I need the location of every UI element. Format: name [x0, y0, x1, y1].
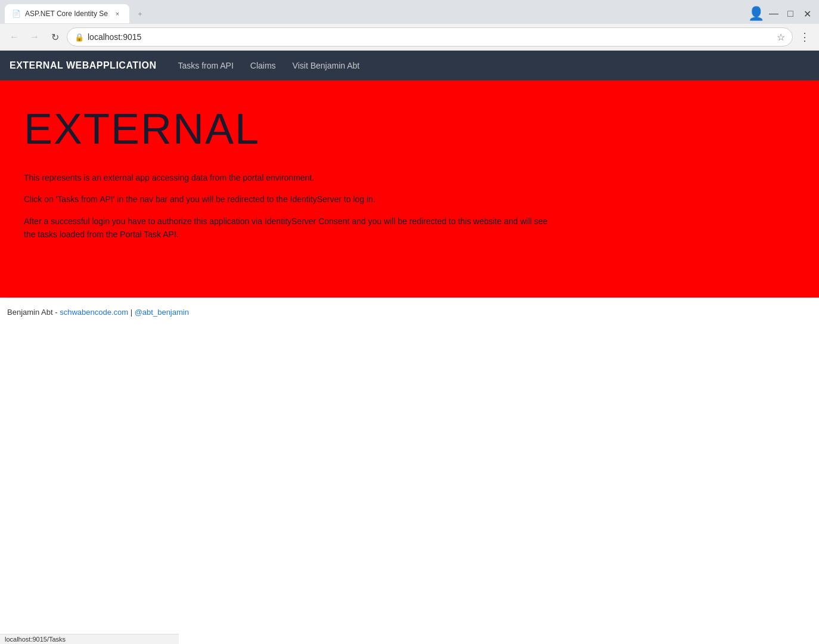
- page-footer: Benjamin Abt - schwabencode.com | @abt_b…: [7, 298, 812, 326]
- footer-separator: |: [128, 308, 135, 317]
- hero-paragraph-1: This represents is an external app acces…: [24, 171, 560, 184]
- new-tab-icon: ＋: [136, 9, 144, 19]
- hero-paragraph-2: Click on 'Tasks from API' in the nav bar…: [24, 193, 560, 206]
- footer-link-twitter[interactable]: @abt_benjamin: [135, 308, 189, 317]
- maximize-button[interactable]: □: [783, 7, 798, 21]
- browser-tab-active[interactable]: 📄 ASP.NET Core Identity Se ×: [5, 4, 129, 23]
- account-icon[interactable]: 👤: [748, 6, 764, 21]
- nav-links: Tasks from API Claims Visit Benjamin Abt: [170, 56, 367, 75]
- browser-chrome: 📄 ASP.NET Core Identity Se × ＋ 👤 — □ ✕ ←…: [0, 0, 819, 51]
- new-tab-button[interactable]: ＋: [129, 4, 153, 23]
- back-button[interactable]: ←: [6, 29, 23, 45]
- window-controls: 👤 — □ ✕: [748, 6, 814, 21]
- reload-button[interactable]: ↻: [46, 29, 63, 45]
- footer-link-schwabencode[interactable]: schwabencode.com: [60, 308, 128, 317]
- minimize-button[interactable]: —: [767, 7, 781, 21]
- status-url: localhost:9015/Tasks: [5, 636, 66, 643]
- tab-favicon-icon: 📄: [12, 10, 20, 18]
- bookmark-icon[interactable]: ☆: [777, 32, 785, 43]
- hero-paragraph-3: After a successful login you have to aut…: [24, 215, 560, 242]
- browser-titlebar: 📄 ASP.NET Core Identity Se × ＋ 👤 — □ ✕: [0, 0, 819, 24]
- hero-section: EXTERNAL This represents is an external …: [0, 80, 819, 298]
- nav-link-visit-benjamin-abt[interactable]: Visit Benjamin Abt: [286, 56, 367, 75]
- hero-title: EXTERNAL: [24, 104, 795, 153]
- address-bar[interactable]: 🔒 localhost:9015 ☆: [67, 27, 793, 47]
- nav-link-tasks-from-api[interactable]: Tasks from API: [170, 56, 240, 75]
- url-text: localhost:9015: [88, 32, 773, 42]
- lock-icon: 🔒: [75, 33, 84, 42]
- tab-title: ASP.NET Core Identity Se: [25, 10, 108, 18]
- nav-link-claims[interactable]: Claims: [243, 56, 283, 75]
- forward-button[interactable]: →: [26, 29, 43, 45]
- tab-close-button[interactable]: ×: [113, 9, 122, 18]
- close-button[interactable]: ✕: [800, 7, 814, 21]
- status-bar: localhost:9015/Tasks: [0, 634, 179, 644]
- app-navbar: EXTERNAL WEBAPPLICATION Tasks from API C…: [0, 51, 819, 80]
- app-brand: EXTERNAL WEBAPPLICATION: [10, 60, 156, 71]
- browser-toolbar: ← → ↻ 🔒 localhost:9015 ☆ ⋮: [0, 24, 819, 50]
- footer-prefix: Benjamin Abt -: [7, 308, 60, 317]
- menu-button[interactable]: ⋮: [796, 29, 813, 45]
